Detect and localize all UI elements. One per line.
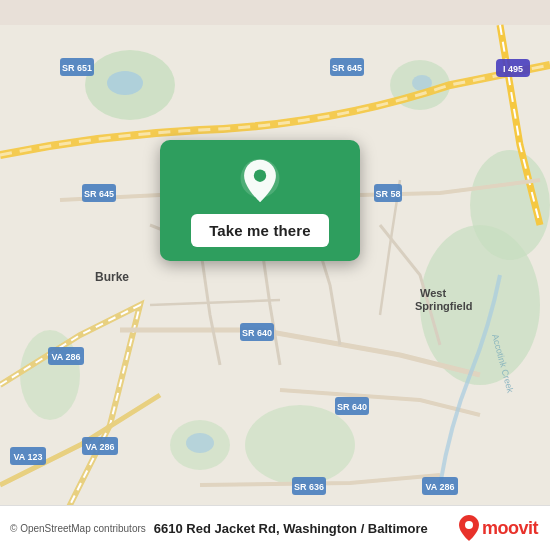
location-card: Take me there [160,140,360,261]
svg-text:West: West [420,287,446,299]
svg-text:SR 58: SR 58 [375,189,400,199]
moovit-logo: moovit [458,514,538,542]
svg-text:VA 123: VA 123 [13,452,42,462]
svg-point-5 [245,405,355,485]
svg-text:VA 286: VA 286 [85,442,114,452]
svg-text:Burke: Burke [95,270,129,284]
svg-point-40 [254,170,266,182]
bottom-bar: © OpenStreetMap contributors 6610 Red Ja… [0,505,550,550]
svg-text:SR 640: SR 640 [337,402,367,412]
location-pin-icon [237,158,283,204]
svg-text:I 495: I 495 [503,64,523,74]
svg-text:SR 651: SR 651 [62,63,92,73]
svg-text:VA 286: VA 286 [425,482,454,492]
svg-text:SR 640: SR 640 [242,328,272,338]
svg-text:SR 645: SR 645 [332,63,362,73]
moovit-label: moovit [482,518,538,539]
map-background: Accotink Creek SR 651 SR 645 SR 645 SR 5… [0,0,550,550]
svg-point-41 [465,521,473,529]
moovit-pin-icon [458,514,480,542]
map-container: Accotink Creek SR 651 SR 645 SR 645 SR 5… [0,0,550,550]
svg-text:VA 286: VA 286 [51,352,80,362]
svg-text:SR 636: SR 636 [294,482,324,492]
svg-point-10 [186,433,214,453]
svg-text:SR 645: SR 645 [84,189,114,199]
svg-point-8 [107,71,143,95]
address-label: 6610 Red Jacket Rd, Washington / Baltimo… [154,521,458,536]
svg-text:Springfield: Springfield [415,300,472,312]
map-attribution: © OpenStreetMap contributors [10,523,146,534]
take-me-there-button[interactable]: Take me there [191,214,329,247]
